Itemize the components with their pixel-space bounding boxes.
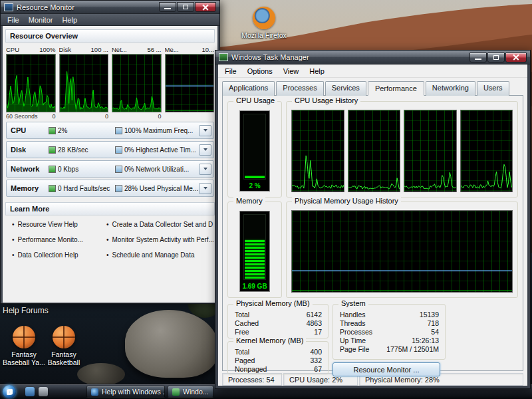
tab-applications[interactable]: Applications xyxy=(222,81,275,96)
maximize-button[interactable] xyxy=(487,53,505,63)
task-manager-main: Applications Processes Services Performa… xyxy=(218,78,527,386)
graph-zero-label: 0 xyxy=(52,113,55,120)
link-schedule-manage-data[interactable]: Schedule and Manage Data xyxy=(106,251,213,259)
maximize-button[interactable] xyxy=(177,2,194,12)
cpu-history-group-label: CPU Usage History xyxy=(292,96,360,104)
cpu-history-graph-3 xyxy=(404,110,457,192)
resource-monitor-button[interactable]: Resource Monitor ... xyxy=(332,362,440,376)
cpu-history-graph-2 xyxy=(348,110,401,192)
desktop: Mozilla Firefox Help Forums Fantasy Base… xyxy=(0,0,532,399)
menu-item-file[interactable]: File xyxy=(219,66,242,76)
tab-processes[interactable]: Processes xyxy=(276,81,323,96)
section-label: Network xyxy=(11,165,49,173)
link-create-data-collector-set[interactable]: Create a Data Collector Set and D... xyxy=(106,221,213,228)
taskbar-button-task-manager[interactable]: Windo... xyxy=(168,386,213,398)
graph-scale: 56 ... xyxy=(147,46,161,53)
stat-value: 15:26:13 xyxy=(412,336,439,344)
link-resource-view-help[interactable]: Resource View Help xyxy=(12,221,106,228)
desktop-icon-fantasy-basketball[interactable]: Fantasy Basketball xyxy=(43,326,85,366)
minimize-button[interactable] xyxy=(469,53,487,63)
stat-value: 400 xyxy=(310,348,322,356)
cpu-usage-group: CPU Usage 2 % xyxy=(227,101,282,198)
section-blue-value: 0% Highest Active Tim... xyxy=(124,146,199,154)
graph-scale: 100 ... xyxy=(91,46,108,53)
memory-section-expand-button[interactable] xyxy=(199,183,211,194)
gauge-bar xyxy=(243,214,266,280)
menu-item-view[interactable]: View xyxy=(278,66,305,76)
menu-item-file[interactable]: File xyxy=(3,15,24,25)
resource-monitor-title: Resource Monitor xyxy=(17,3,156,11)
tab-services[interactable]: Services xyxy=(325,81,366,96)
cpu-section-bar[interactable]: CPU 2% 100% Maximum Freq... xyxy=(6,122,214,139)
stat-value: 6142 xyxy=(307,311,322,319)
stat-row: Processes 54 xyxy=(340,327,439,336)
stat-value: 1775M / 12501M xyxy=(386,345,439,353)
stat-label: Total xyxy=(235,311,249,319)
close-button[interactable] xyxy=(505,53,527,63)
kernel-memory-group-label: Kernel Memory (MB) xyxy=(233,336,306,344)
stat-label: Paged xyxy=(235,356,255,364)
network-section-bar[interactable]: Network 0 Kbps 0% Network Utilizati... xyxy=(6,160,214,178)
menu-item-help[interactable]: Help xyxy=(57,15,82,25)
menu-item-help[interactable]: Help xyxy=(304,66,330,76)
cpu-gauge-fill xyxy=(245,175,265,178)
close-button[interactable] xyxy=(195,2,216,12)
menu-item-options[interactable]: Options xyxy=(242,66,278,76)
firefox-icon[interactable] xyxy=(253,7,275,29)
minimize-icon xyxy=(164,8,171,9)
network-section-expand-button[interactable] xyxy=(199,164,211,175)
stat-row: Threads 718 xyxy=(340,319,439,327)
desktop-icon-fantasy-baseball[interactable]: Fantasy Baseball Ya... xyxy=(3,326,45,366)
tab-networking[interactable]: Networking xyxy=(426,81,475,96)
help-window-icon xyxy=(91,388,98,396)
link-monitor-system-activity[interactable]: Monitor System Activity with Perf... xyxy=(106,236,213,243)
quick-launch-icon-1[interactable] xyxy=(25,387,35,396)
green-legend-swatch xyxy=(49,166,56,173)
cpu-usage-gauge: 2 % xyxy=(239,110,270,192)
stat-row: Free 17 xyxy=(235,327,322,336)
blue-legend-swatch xyxy=(115,146,122,154)
disk-mini-graph xyxy=(59,54,109,112)
tab-performance[interactable]: Performance xyxy=(368,81,424,96)
cpu-history-graphs xyxy=(291,110,513,192)
kernel-memory-group: Kernel Memory (MB) Total 400 Paged 332 N… xyxy=(227,341,329,374)
disk-section-bar[interactable]: Disk 28 KB/sec 0% Highest Active Tim... xyxy=(6,141,214,158)
link-data-collection-help[interactable]: Data Collection Help xyxy=(12,251,106,259)
resource-monitor-body: Resource Overview CPU 100% Disk 100 ... xyxy=(3,26,217,303)
taskbar-button-help[interactable]: Help with Windows ... xyxy=(86,386,165,398)
network-mini-graph-column: Net... 56 ... xyxy=(112,46,162,112)
memory-mini-graph xyxy=(165,54,215,112)
stat-label: Threads xyxy=(340,319,366,327)
tab-strip: Applications Processes Services Performa… xyxy=(218,78,527,96)
graph-label: Net... xyxy=(112,46,127,53)
status-processes: Processes: 54 xyxy=(222,373,282,386)
disk-mini-graph-column: Disk 100 ... xyxy=(59,46,109,112)
link-performance-monitor[interactable]: Performance Monito... xyxy=(12,236,106,243)
start-button[interactable] xyxy=(3,385,16,398)
resource-monitor-titlebar[interactable]: Resource Monitor xyxy=(1,1,219,14)
task-manager-title: Windows Task Manager xyxy=(231,53,466,61)
minimize-button[interactable] xyxy=(159,2,176,12)
tab-users[interactable]: Users xyxy=(477,81,509,96)
minimize-icon xyxy=(475,59,481,60)
windows-flag-icon xyxy=(7,388,13,395)
cpu-section-expand-button[interactable] xyxy=(199,125,211,136)
physical-memory-group-label: Physical Memory (MB) xyxy=(233,299,313,307)
section-green-value: 28 KB/sec xyxy=(58,146,115,154)
memory-section-bar[interactable]: Memory 0 Hard Faults/sec 28% Used Physic… xyxy=(6,180,214,197)
task-manager-titlebar[interactable]: Windows Task Manager xyxy=(215,51,530,65)
network-mini-graph xyxy=(112,54,162,112)
green-legend-swatch xyxy=(49,185,56,192)
task-manager-window-icon xyxy=(172,388,180,396)
green-legend-swatch xyxy=(49,146,56,154)
desktop-icon-label-line1: Fantasy xyxy=(3,350,45,358)
task-manager-menubar: File Options View Help xyxy=(218,65,527,78)
graph-label: CPU xyxy=(6,46,19,53)
desktop-icon-label-line1: Fantasy xyxy=(43,350,85,358)
disk-section-expand-button[interactable] xyxy=(199,144,211,156)
section-green-value: 0 Hard Faults/sec xyxy=(58,185,115,192)
blue-legend-swatch xyxy=(115,127,122,134)
quick-launch-icon-2[interactable] xyxy=(39,387,48,396)
menu-item-monitor[interactable]: Monitor xyxy=(24,15,58,25)
maximize-icon xyxy=(493,55,499,60)
